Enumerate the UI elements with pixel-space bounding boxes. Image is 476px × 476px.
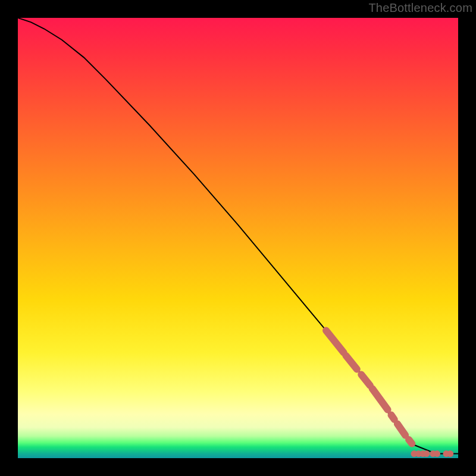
bottom-dots <box>411 450 454 457</box>
highlight-segment <box>372 389 388 410</box>
highlight-segment <box>392 415 394 419</box>
dot <box>423 450 430 457</box>
highlight-segment <box>326 330 344 352</box>
plot-area <box>18 18 458 458</box>
dot <box>434 450 440 457</box>
main-curve <box>18 18 458 454</box>
watermark-text: TheBottleneck.com <box>368 1 472 15</box>
highlight-segment <box>397 424 405 435</box>
highlight-segments <box>326 330 412 443</box>
highlight-segment <box>346 356 357 369</box>
highlight-segment <box>409 440 412 444</box>
highlight-segment <box>361 374 370 386</box>
dot <box>447 450 453 457</box>
chart-frame: TheBottleneck.com <box>0 0 476 476</box>
chart-overlay-svg <box>18 18 458 458</box>
